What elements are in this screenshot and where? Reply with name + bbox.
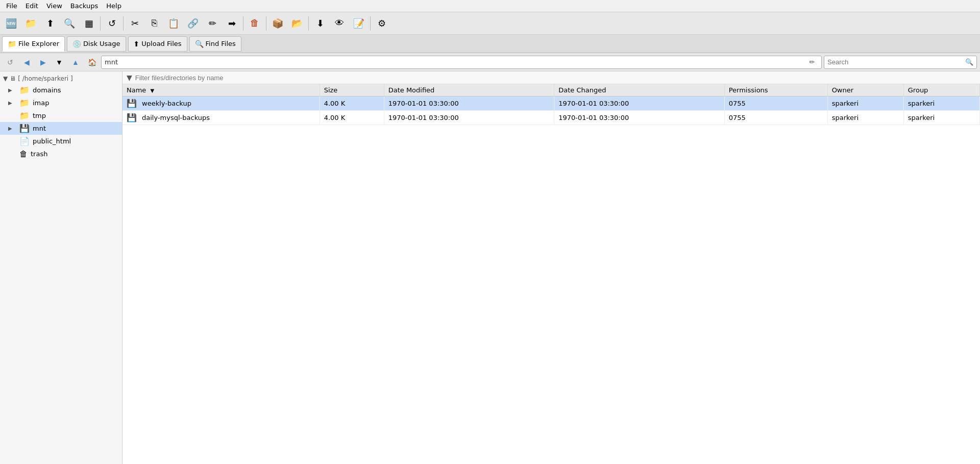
sidebar-item-public[interactable]: ▶ 📄 public_html [0, 135, 122, 148]
cell-permissions-0: 0755 [724, 96, 827, 111]
upload-btn[interactable]: ⬆ [41, 14, 59, 33]
filter-bar: ▼ [122, 71, 980, 84]
cell-permissions-1: 0755 [724, 111, 827, 125]
properties-btn[interactable]: ⚙ [373, 14, 391, 33]
menu-backups[interactable]: Backups [66, 1, 102, 11]
tab-disk-usage-label: Disk Usage [83, 40, 120, 47]
separator-4 [266, 16, 266, 31]
symlink-btn[interactable]: 🔗 [184, 14, 202, 33]
search-icon[interactable]: 🔍 [965, 58, 973, 66]
tab-disk-usage[interactable]: 💿 Disk Usage [67, 36, 126, 52]
toolbar: 🆕 📁 ⬆ 🔍 ▦ ↺ ✂ ⎘ 📋 🔗 ✏ ➡ 🗑 📦 📂 ⬇ 👁 📝 ⚙ [0, 12, 980, 35]
col-header-permissions[interactable]: Permissions [724, 84, 827, 96]
expand-arrow-mnt: ▶ [8, 126, 16, 131]
reload-btn[interactable]: ↺ [103, 14, 121, 33]
col-header-date-changed[interactable]: Date Changed [554, 84, 725, 96]
folder-icon-imap: 📁 [19, 98, 30, 108]
nav-up-btn[interactable]: ▲ [68, 55, 83, 69]
search-input[interactable] [827, 58, 965, 66]
cell-group-1: sparkeri [903, 111, 979, 125]
path-bar: mnt ✏ [101, 56, 822, 69]
compress-btn[interactable]: 📦 [268, 14, 287, 33]
main-area: ▼ 🖥 [ /home/sparkeri ] ▶ 📁 domains ▶ 📁 i… [0, 71, 980, 464]
cell-date-modified-1: 1970-01-01 03:30:00 [384, 111, 554, 125]
folder-icon-tmp: 📁 [19, 111, 30, 120]
sidebar-label-trash: trash [31, 150, 119, 158]
nav-forward-btn[interactable]: ▶ [36, 55, 50, 69]
select-all-btn[interactable]: ▦ [80, 14, 98, 33]
col-header-size[interactable]: Size [320, 84, 384, 96]
new-file-btn[interactable]: 🆕 [2, 14, 20, 33]
file-icon-1: 💾 [127, 113, 137, 123]
menu-help[interactable]: Help [102, 1, 126, 11]
menu-view[interactable]: View [42, 1, 66, 11]
sidebar-item-domains[interactable]: ▶ 📁 domains [0, 84, 122, 96]
sidebar-label-imap: imap [33, 99, 119, 107]
tab-file-explorer[interactable]: 📁 File Explorer [2, 36, 65, 52]
search-btn[interactable]: 🔍 [60, 14, 79, 33]
menu-file[interactable]: File [2, 1, 21, 11]
download-btn[interactable]: ⬇ [311, 14, 329, 33]
filter-input[interactable] [135, 74, 976, 82]
col-header-group[interactable]: Group [903, 84, 979, 96]
nav-home-btn[interactable]: 🏠 [85, 55, 99, 69]
upload-files-icon: ⬆ [134, 40, 140, 48]
view-btn[interactable]: 👁 [330, 14, 349, 33]
cell-date-changed-1: 1970-01-01 03:30:00 [554, 111, 725, 125]
sidebar-root[interactable]: ▼ 🖥 [ /home/sparkeri ] [0, 74, 122, 84]
file-explorer-icon: 📁 [8, 40, 16, 48]
cell-group-0: sparkeri [903, 96, 979, 111]
cell-name-0: 💾 weekly-backup [122, 96, 320, 111]
sidebar-label-tmp: tmp [33, 112, 119, 119]
file-icon-public: 📄 [19, 136, 30, 146]
copy-btn[interactable]: ⎘ [145, 14, 163, 33]
path-crumb-mnt: mnt [105, 58, 118, 66]
extract-btn[interactable]: 📂 [288, 14, 306, 33]
new-folder-btn[interactable]: 📁 [21, 14, 40, 33]
col-header-date-modified[interactable]: Date Modified [384, 84, 554, 96]
sidebar-item-imap[interactable]: ▶ 📁 imap [0, 96, 122, 109]
cut-btn[interactable]: ✂ [126, 14, 144, 33]
cell-size-0: 4.00 K [320, 96, 384, 111]
move-btn[interactable]: ➡ [223, 14, 241, 33]
sidebar-item-tmp[interactable]: ▶ 📁 tmp [0, 109, 122, 122]
paste-btn[interactable]: 📋 [164, 14, 183, 33]
edit2-btn[interactable]: 📝 [350, 14, 368, 33]
file-table: Name ▼ Size Date Modified Date Changed P… [122, 84, 980, 125]
table-header-row: Name ▼ Size Date Modified Date Changed P… [122, 84, 980, 96]
nav-dropdown-btn[interactable]: ▼ [52, 55, 66, 69]
filelist: ▼ Name ▼ Size Date Modified Date Changed… [122, 71, 980, 464]
expand-arrow-imap: ▶ [8, 100, 16, 106]
menu-edit[interactable]: Edit [21, 1, 42, 11]
tab-upload-files[interactable]: ⬆ Upload Files [128, 36, 187, 52]
rename-btn[interactable]: ✏ [203, 14, 222, 33]
expand-arrow-domains: ▶ [8, 87, 16, 93]
path-edit-btn[interactable]: ✏ [806, 56, 818, 68]
delete-btn[interactable]: 🗑 [246, 14, 264, 33]
file-name-1: daily-mysql-backups [142, 114, 210, 121]
sidebar: ▼ 🖥 [ /home/sparkeri ] ▶ 📁 domains ▶ 📁 i… [0, 71, 122, 464]
separator-5 [308, 16, 309, 31]
cell-owner-1: sparkeri [827, 111, 903, 125]
sidebar-item-mnt[interactable]: ▶ 💾 mnt [0, 122, 122, 135]
col-header-name[interactable]: Name ▼ [122, 84, 320, 96]
file-name-0: weekly-backup [142, 100, 191, 107]
col-header-owner[interactable]: Owner [827, 84, 903, 96]
table-row[interactable]: 💾 daily-mysql-backups 4.00 K 1970-01-01 … [122, 111, 980, 125]
drive-icon-mnt: 💾 [19, 124, 30, 133]
sidebar-item-trash[interactable]: ▶ 🗑 trash [0, 148, 122, 160]
tabbar: 📁 File Explorer 💿 Disk Usage ⬆ Upload Fi… [0, 35, 980, 53]
disk-usage-icon: 💿 [72, 40, 81, 48]
cell-date-modified-0: 1970-01-01 03:30:00 [384, 96, 554, 111]
sidebar-root-expand: ▼ [3, 75, 8, 82]
table-row[interactable]: 💾 weekly-backup 4.00 K 1970-01-01 03:30:… [122, 96, 980, 111]
sidebar-label-domains: domains [33, 86, 119, 94]
cell-owner-0: sparkeri [827, 96, 903, 111]
navbar: ↺ ◀ ▶ ▼ ▲ 🏠 mnt ✏ 🔍 [0, 53, 980, 71]
nav-back-btn[interactable]: ◀ [19, 55, 34, 69]
nav-reload-btn[interactable]: ↺ [3, 55, 17, 69]
tab-file-explorer-label: File Explorer [18, 40, 59, 47]
separator-3 [243, 16, 243, 31]
separator-6 [370, 16, 371, 31]
tab-find-files[interactable]: 🔍 Find Files [189, 36, 241, 52]
